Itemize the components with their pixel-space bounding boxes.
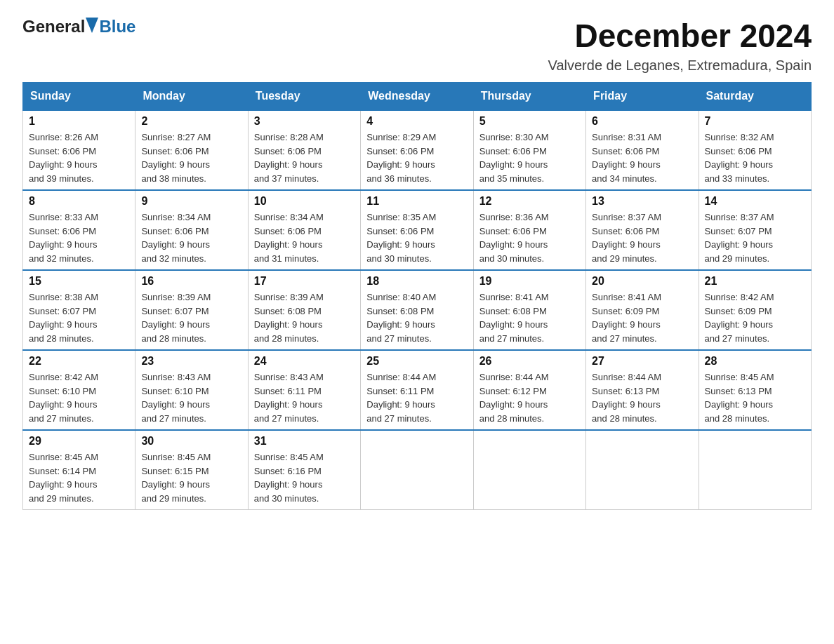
day-info: Sunrise: 8:44 AM Sunset: 6:12 PM Dayligh… [479,370,580,425]
weekday-header-thursday: Thursday [473,83,585,111]
day-info: Sunrise: 8:27 AM Sunset: 6:06 PM Dayligh… [141,130,241,185]
day-number: 12 [479,195,580,208]
day-number: 1 [29,115,129,128]
calendar-week-row: 22 Sunrise: 8:42 AM Sunset: 6:10 PM Dayl… [23,350,812,430]
calendar-cell: 2 Sunrise: 8:27 AM Sunset: 6:06 PM Dayli… [135,110,248,190]
calendar-cell: 25 Sunrise: 8:44 AM Sunset: 6:11 PM Dayl… [361,350,473,430]
svg-marker-0 [86,18,98,33]
day-number: 13 [592,195,692,208]
day-info: Sunrise: 8:45 AM Sunset: 6:15 PM Dayligh… [141,450,241,505]
calendar-body: 1 Sunrise: 8:26 AM Sunset: 6:06 PM Dayli… [23,110,812,510]
calendar-cell: 19 Sunrise: 8:41 AM Sunset: 6:08 PM Dayl… [473,270,585,350]
page-header: General Blue December 2024 Valverde de L… [22,17,812,74]
day-info: Sunrise: 8:32 AM Sunset: 6:06 PM Dayligh… [705,130,805,185]
day-info: Sunrise: 8:35 AM Sunset: 6:06 PM Dayligh… [366,210,467,265]
day-number: 17 [254,275,355,288]
day-number: 21 [705,275,805,288]
calendar-cell: 6 Sunrise: 8:31 AM Sunset: 6:06 PM Dayli… [586,110,699,190]
day-info: Sunrise: 8:37 AM Sunset: 6:07 PM Dayligh… [705,210,805,265]
day-number: 5 [479,115,580,128]
calendar-cell: 8 Sunrise: 8:33 AM Sunset: 6:06 PM Dayli… [23,190,135,270]
calendar-cell: 21 Sunrise: 8:42 AM Sunset: 6:09 PM Dayl… [699,270,811,350]
day-number: 14 [705,195,805,208]
calendar-week-row: 15 Sunrise: 8:38 AM Sunset: 6:07 PM Dayl… [23,270,812,350]
calendar-week-row: 1 Sunrise: 8:26 AM Sunset: 6:06 PM Dayli… [23,110,812,190]
calendar-cell: 10 Sunrise: 8:34 AM Sunset: 6:06 PM Dayl… [248,190,360,270]
calendar-cell: 18 Sunrise: 8:40 AM Sunset: 6:08 PM Dayl… [361,270,473,350]
day-number: 18 [366,275,467,288]
day-info: Sunrise: 8:38 AM Sunset: 6:07 PM Dayligh… [29,290,129,345]
calendar-cell: 3 Sunrise: 8:28 AM Sunset: 6:06 PM Dayli… [248,110,360,190]
main-title: December 2024 [548,17,812,55]
calendar-cell: 20 Sunrise: 8:41 AM Sunset: 6:09 PM Dayl… [586,270,699,350]
calendar-cell: 4 Sunrise: 8:29 AM Sunset: 6:06 PM Dayli… [361,110,473,190]
logo-arrow-icon [86,18,98,36]
day-number: 10 [254,195,355,208]
day-info: Sunrise: 8:36 AM Sunset: 6:06 PM Dayligh… [479,210,580,265]
day-info: Sunrise: 8:31 AM Sunset: 6:06 PM Dayligh… [592,130,692,185]
day-number: 31 [254,435,355,448]
calendar-cell: 24 Sunrise: 8:43 AM Sunset: 6:11 PM Dayl… [248,350,360,430]
day-info: Sunrise: 8:45 AM Sunset: 6:14 PM Dayligh… [29,450,129,505]
logo-general-text: General [22,17,85,36]
day-number: 23 [141,355,241,368]
day-info: Sunrise: 8:43 AM Sunset: 6:11 PM Dayligh… [254,370,355,425]
day-info: Sunrise: 8:28 AM Sunset: 6:06 PM Dayligh… [254,130,355,185]
weekday-header-sunday: Sunday [23,83,135,111]
day-number: 16 [141,275,241,288]
calendar-cell: 30 Sunrise: 8:45 AM Sunset: 6:15 PM Dayl… [135,430,248,510]
day-number: 30 [141,435,241,448]
calendar-cell: 29 Sunrise: 8:45 AM Sunset: 6:14 PM Dayl… [23,430,135,510]
calendar-cell: 26 Sunrise: 8:44 AM Sunset: 6:12 PM Dayl… [473,350,585,430]
day-info: Sunrise: 8:33 AM Sunset: 6:06 PM Dayligh… [29,210,129,265]
weekday-header-row: SundayMondayTuesdayWednesdayThursdayFrid… [23,83,812,111]
weekday-header-monday: Monday [135,83,248,111]
day-info: Sunrise: 8:44 AM Sunset: 6:13 PM Dayligh… [592,370,692,425]
calendar-cell [473,430,585,510]
logo: General Blue [22,17,135,36]
day-number: 27 [592,355,692,368]
day-info: Sunrise: 8:44 AM Sunset: 6:11 PM Dayligh… [366,370,467,425]
calendar-week-row: 29 Sunrise: 8:45 AM Sunset: 6:14 PM Dayl… [23,430,812,510]
day-number: 28 [705,355,805,368]
day-number: 11 [366,195,467,208]
calendar-cell: 7 Sunrise: 8:32 AM Sunset: 6:06 PM Dayli… [699,110,811,190]
title-block: December 2024 Valverde de Leganes, Extre… [548,17,812,74]
day-number: 4 [366,115,467,128]
day-info: Sunrise: 8:45 AM Sunset: 6:13 PM Dayligh… [705,370,805,425]
day-info: Sunrise: 8:42 AM Sunset: 6:09 PM Dayligh… [705,290,805,345]
calendar-cell: 12 Sunrise: 8:36 AM Sunset: 6:06 PM Dayl… [473,190,585,270]
day-info: Sunrise: 8:41 AM Sunset: 6:08 PM Dayligh… [479,290,580,345]
day-info: Sunrise: 8:26 AM Sunset: 6:06 PM Dayligh… [29,130,129,185]
calendar-cell: 15 Sunrise: 8:38 AM Sunset: 6:07 PM Dayl… [23,270,135,350]
weekday-header-wednesday: Wednesday [361,83,473,111]
day-number: 19 [479,275,580,288]
calendar-cell: 31 Sunrise: 8:45 AM Sunset: 6:16 PM Dayl… [248,430,360,510]
weekday-header-saturday: Saturday [699,83,811,111]
calendar-cell: 9 Sunrise: 8:34 AM Sunset: 6:06 PM Dayli… [135,190,248,270]
day-number: 20 [592,275,692,288]
calendar-cell: 22 Sunrise: 8:42 AM Sunset: 6:10 PM Dayl… [23,350,135,430]
day-info: Sunrise: 8:39 AM Sunset: 6:07 PM Dayligh… [141,290,241,345]
calendar-cell: 13 Sunrise: 8:37 AM Sunset: 6:06 PM Dayl… [586,190,699,270]
day-number: 9 [141,195,241,208]
day-number: 8 [29,195,129,208]
day-info: Sunrise: 8:43 AM Sunset: 6:10 PM Dayligh… [141,370,241,425]
day-number: 22 [29,355,129,368]
calendar-week-row: 8 Sunrise: 8:33 AM Sunset: 6:06 PM Dayli… [23,190,812,270]
calendar-cell: 5 Sunrise: 8:30 AM Sunset: 6:06 PM Dayli… [473,110,585,190]
calendar-header: SundayMondayTuesdayWednesdayThursdayFrid… [23,83,812,111]
calendar-cell: 1 Sunrise: 8:26 AM Sunset: 6:06 PM Dayli… [23,110,135,190]
day-number: 2 [141,115,241,128]
day-number: 24 [254,355,355,368]
subtitle: Valverde de Leganes, Extremadura, Spain [548,58,812,74]
calendar-cell [361,430,473,510]
calendar-table: SundayMondayTuesdayWednesdayThursdayFrid… [22,82,812,510]
day-number: 25 [366,355,467,368]
day-info: Sunrise: 8:45 AM Sunset: 6:16 PM Dayligh… [254,450,355,505]
day-info: Sunrise: 8:40 AM Sunset: 6:08 PM Dayligh… [366,290,467,345]
weekday-header-tuesday: Tuesday [248,83,360,111]
calendar-cell: 27 Sunrise: 8:44 AM Sunset: 6:13 PM Dayl… [586,350,699,430]
day-number: 15 [29,275,129,288]
day-number: 3 [254,115,355,128]
